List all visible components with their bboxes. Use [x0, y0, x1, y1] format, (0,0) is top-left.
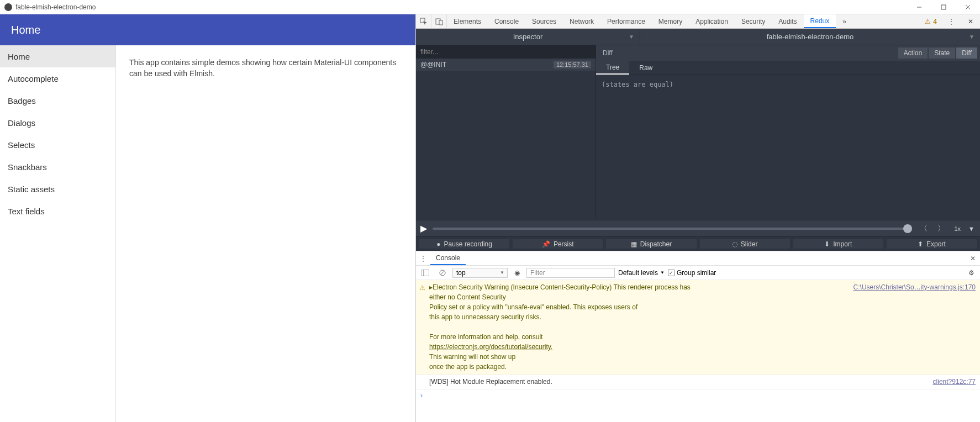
persist-button[interactable]: 📌Persist: [513, 239, 603, 249]
warnings-badge[interactable]: ⚠ 4: [920, 14, 941, 28]
window-titlebar: fable-elmish-electron-demo: [0, 0, 980, 14]
message-source[interactable]: client?912c:77: [933, 377, 976, 387]
step-back-icon[interactable]: 〈: [918, 224, 930, 234]
tab-network[interactable]: Network: [563, 14, 600, 28]
tab-security[interactable]: Security: [735, 14, 772, 28]
group-similar-toggle[interactable]: ✓Group similar: [668, 269, 716, 277]
sidebar-item-text-fields[interactable]: Text fields: [0, 200, 115, 222]
sidebar-item-dialogs[interactable]: Dialogs: [0, 112, 115, 134]
svg-rect-1: [941, 5, 946, 9]
sidebar-item-home[interactable]: Home: [0, 45, 115, 67]
console-filter-input[interactable]: Filter: [526, 268, 615, 278]
execution-context-select[interactable]: top: [452, 268, 508, 278]
tab-redux[interactable]: Redux: [804, 14, 836, 28]
devtools-tabs: Elements Console Sources Network Perform…: [416, 14, 980, 29]
console-prompt[interactable]: ›: [416, 389, 980, 402]
app-bar: Home: [0, 14, 415, 45]
svg-rect-7: [421, 270, 429, 276]
sidebar-item-selects[interactable]: Selects: [0, 134, 115, 156]
redux-instance-dropdown[interactable]: fable-elmish-electron-demo ▼: [640, 29, 980, 45]
tab-elements[interactable]: Elements: [447, 14, 488, 28]
dispatcher-button[interactable]: ▦Dispatcher: [606, 239, 696, 249]
device-toolbar-icon[interactable]: [431, 14, 447, 28]
sidebar: Home Autocomplete Badges Dialogs Selects…: [0, 45, 116, 422]
svg-line-10: [440, 271, 445, 275]
inspect-element-icon[interactable]: [416, 14, 431, 28]
redux-playback: ▶ 〈 〉 1x ▼: [416, 220, 980, 236]
redux-mode-state[interactable]: State: [929, 48, 955, 59]
close-button[interactable]: [956, 0, 980, 14]
checkbox-icon: ✓: [668, 270, 675, 276]
clear-console-icon[interactable]: [436, 266, 449, 279]
redux-filter-input[interactable]: filter...: [416, 45, 596, 59]
pin-icon: 📌: [542, 240, 550, 248]
record-icon: ●: [436, 240, 440, 248]
console-tab[interactable]: Console: [430, 251, 466, 265]
sidebar-item-static-assets[interactable]: Static assets: [0, 178, 115, 200]
app-icon: [4, 3, 12, 11]
devtools-menu-icon[interactable]: ⋮: [941, 14, 961, 28]
console-close-icon[interactable]: ✕: [966, 255, 980, 262]
upload-icon: ⬆: [918, 240, 923, 248]
console-menu-icon[interactable]: ⋮: [416, 255, 430, 262]
main-content: This app contains simple demos showing h…: [116, 45, 415, 422]
console-message[interactable]: ⚠ C:\Users\Christer\So…ity-warnings.js:1…: [416, 280, 980, 374]
app-pane: Home Home Autocomplete Badges Dialogs Se…: [0, 14, 415, 422]
console-sidebar-toggle-icon[interactable]: [418, 266, 433, 279]
redux-slider-thumb[interactable]: [903, 224, 912, 233]
log-levels-select[interactable]: Default levels▼: [618, 269, 665, 277]
redux-action-time: 12:15:57.31: [554, 61, 591, 68]
tab-audits[interactable]: Audits: [772, 14, 803, 28]
playback-speed[interactable]: 1x: [953, 225, 962, 232]
help-link[interactable]: https://electronjs.org/docs/tutorial/sec…: [429, 343, 552, 351]
chevron-down-icon: ▼: [969, 34, 974, 40]
play-icon[interactable]: ▶: [420, 223, 427, 234]
chevron-down-icon[interactable]: ▼: [967, 225, 976, 232]
redux-subtab-tree[interactable]: Tree: [596, 61, 629, 75]
message-source[interactable]: C:\Users\Christer\So…ity-warnings.js:170: [853, 282, 976, 292]
console-settings-icon[interactable]: ⚙: [965, 266, 978, 279]
slider-icon: ◌: [732, 240, 737, 248]
maximize-button[interactable]: [931, 0, 956, 14]
dispatch-icon: ▦: [631, 240, 637, 248]
redux-action-row[interactable]: @@INIT 12:15:57.31: [416, 59, 596, 71]
minimize-button[interactable]: [907, 0, 931, 14]
redux-slider-track[interactable]: [433, 228, 912, 230]
pause-recording-button[interactable]: ●Pause recording: [419, 239, 509, 249]
redux-toolbar: ●Pause recording 📌Persist ▦Dispatcher ◌S…: [416, 236, 980, 251]
devtools-pane: Elements Console Sources Network Perform…: [415, 14, 980, 422]
tab-memory[interactable]: Memory: [652, 14, 689, 28]
redux-detail: Diff Action State Diff Tree Raw: [596, 45, 980, 220]
svg-rect-6: [439, 20, 442, 25]
intro-text: This app contains simple demos showing h…: [129, 58, 396, 78]
redux-mode-diff[interactable]: Diff: [956, 48, 977, 59]
export-button[interactable]: ⬆Export: [887, 239, 977, 249]
live-expression-icon[interactable]: ◉: [511, 266, 523, 279]
redux-mode-label: Diff: [596, 45, 619, 61]
warning-icon: ⚠: [925, 18, 931, 25]
slider-button[interactable]: ◌Slider: [700, 239, 790, 249]
tab-console[interactable]: Console: [488, 14, 525, 28]
tab-sources[interactable]: Sources: [525, 14, 563, 28]
chevron-down-icon: ▼: [629, 34, 634, 40]
import-button[interactable]: ⬇Import: [793, 239, 883, 249]
sidebar-item-snackbars[interactable]: Snackbars: [0, 156, 115, 178]
console-drawer: ⋮ Console ✕ top ◉ Filter Default levels▼…: [416, 251, 980, 422]
console-output: ⚠ C:\Users\Christer\So…ity-warnings.js:1…: [416, 280, 980, 422]
redux-inspector-dropdown[interactable]: Inspector ▼: [416, 29, 640, 45]
tab-application[interactable]: Application: [689, 14, 735, 28]
redux-mode-action[interactable]: Action: [898, 48, 928, 59]
redux-panel: Inspector ▼ fable-elmish-electron-demo ▼…: [416, 29, 980, 251]
sidebar-item-autocomplete[interactable]: Autocomplete: [0, 67, 115, 89]
redux-action-name: @@INIT: [420, 61, 446, 68]
tabs-overflow-icon[interactable]: »: [836, 14, 853, 28]
redux-action-list: filter... @@INIT 12:15:57.31: [416, 45, 596, 220]
window-title: fable-elmish-electron-demo: [15, 3, 96, 11]
redux-subtab-raw[interactable]: Raw: [629, 61, 662, 75]
sidebar-item-badges[interactable]: Badges: [0, 89, 115, 112]
step-forward-icon[interactable]: 〉: [935, 224, 947, 234]
devtools-close-icon[interactable]: ✕: [961, 14, 980, 28]
console-message[interactable]: client?912c:77 [WDS] Hot Module Replacem…: [416, 374, 980, 389]
tab-performance[interactable]: Performance: [600, 14, 652, 28]
download-icon: ⬇: [824, 240, 830, 248]
